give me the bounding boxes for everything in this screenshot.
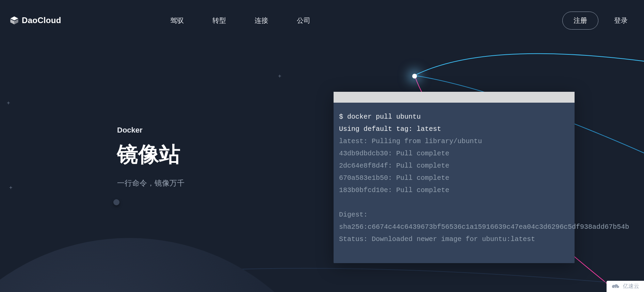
terminal-line: Digest: sha256:c6674c44c6439673bf56536c1…	[339, 209, 569, 233]
terminal-titlebar	[334, 92, 575, 103]
nav-item-drive[interactable]: 驾驭	[170, 16, 184, 25]
decorative-plus-icon: +	[7, 100, 10, 106]
svg-point-4	[616, 287, 617, 288]
top-nav: DaoCloud 驾驭 转型 连接 公司 注册 登录	[0, 0, 644, 41]
terminal-line: 183b0bfcd10e: Pull complete	[339, 184, 569, 196]
nav-right: 注册 登录	[562, 12, 628, 30]
brand-name: DaoCloud	[22, 16, 61, 25]
decorative-glow-dot	[412, 74, 417, 79]
nav-item-connect[interactable]: 连接	[255, 16, 268, 25]
hero-kicker: Docker	[117, 126, 184, 135]
cloud-icon	[611, 284, 620, 289]
decorative-planet	[0, 238, 351, 292]
terminal-window: $ docker pull ubuntuUsing default tag: l…	[334, 92, 575, 263]
terminal-output: $ docker pull ubuntuUsing default tag: l…	[334, 103, 575, 263]
hero: Docker 镜像站 一行命令，镜像万千	[117, 126, 184, 188]
decorative-plus-icon: +	[278, 73, 281, 79]
login-link[interactable]: 登录	[614, 16, 628, 25]
nav-item-company[interactable]: 公司	[297, 16, 310, 25]
terminal-line: 43db9dbdcb30: Pull complete	[339, 148, 569, 160]
hero-title: 镜像站	[117, 140, 184, 169]
decorative-dot	[113, 199, 119, 205]
brand-logo-icon	[10, 16, 19, 25]
watermark: 亿速云	[607, 281, 644, 292]
terminal-line: $ docker pull ubuntu	[339, 111, 569, 123]
terminal-line: Status: Downloaded newer image for ubunt…	[339, 233, 569, 245]
brand-logo[interactable]: DaoCloud	[10, 16, 61, 25]
hero-tagline: 一行命令，镜像万千	[117, 178, 184, 188]
nav-item-transform[interactable]: 转型	[212, 16, 226, 25]
signup-button[interactable]: 注册	[562, 12, 598, 30]
terminal-line: 2dc64e8f8d4f: Pull complete	[339, 160, 569, 172]
decorative-plus-icon: +	[9, 185, 12, 191]
terminal-line: 670a583e1b50: Pull complete	[339, 172, 569, 184]
terminal-line: latest: Pulling from library/ubuntu	[339, 135, 569, 148]
watermark-text: 亿速云	[623, 283, 639, 290]
primary-nav: 驾驭 转型 连接 公司	[170, 16, 310, 25]
terminal-line	[339, 196, 569, 209]
terminal-line: Using default tag: latest	[339, 123, 569, 135]
svg-point-3	[614, 287, 615, 288]
